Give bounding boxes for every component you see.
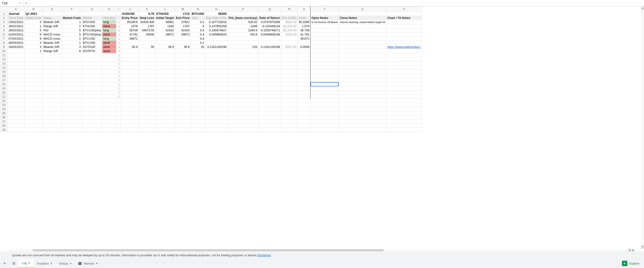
cell-D13[interactable] <box>25 62 42 66</box>
cell-R2[interactable]: PnL (USD) <box>281 16 297 20</box>
cell-P3[interactable]: 526.42 <box>228 20 258 24</box>
cell-U14[interactable] <box>338 66 386 70</box>
cell-O4[interactable]: 0.147655259 <box>205 24 228 28</box>
cell-J16[interactable] <box>121 74 139 78</box>
cell-V9[interactable]: https://www.tradingview.c <box>386 45 422 49</box>
col-header-T[interactable]: T <box>310 7 339 12</box>
cell-E17[interactable] <box>42 78 62 82</box>
cell-K12[interactable] <box>139 57 155 62</box>
cell-V4[interactable] <box>386 24 422 28</box>
cell-O11[interactable] <box>205 53 228 57</box>
cell-L19[interactable] <box>155 86 175 90</box>
cell-J23[interactable] <box>121 103 139 107</box>
cell-T18[interactable] <box>310 82 339 86</box>
cell-T19[interactable] <box>310 86 339 90</box>
cell-F25[interactable] <box>62 111 82 115</box>
cell-Q21[interactable] <box>258 95 281 99</box>
cell-G14[interactable] <box>82 66 102 70</box>
cell-P28[interactable] <box>228 124 258 128</box>
cell-G27[interactable] <box>82 120 102 124</box>
cell-J1[interactable]: AUDUSD <box>121 12 139 16</box>
cell-O20[interactable] <box>205 90 228 95</box>
cell-F14[interactable] <box>62 66 82 70</box>
cell-K1[interactable]: 0.76 <box>139 12 155 16</box>
cell-R24[interactable] <box>281 107 297 111</box>
cell-O13[interactable] <box>205 62 228 66</box>
cell-M15[interactable] <box>175 70 190 74</box>
cell-R4[interactable]: -$1,045.00 <box>281 24 297 28</box>
cell-Q10[interactable] <box>258 49 281 53</box>
cell-S28[interactable] <box>298 124 310 128</box>
cell-I11[interactable]: 1 <box>116 53 121 57</box>
cell-O28[interactable] <box>205 124 228 128</box>
cell-G18[interactable] <box>82 82 102 86</box>
hscroll-thumb[interactable] <box>32 249 384 251</box>
select-all-cell[interactable] <box>0 7 8 12</box>
cell-V19[interactable] <box>386 86 422 90</box>
row-header-5[interactable]: 5 <box>0 28 8 32</box>
cell-V18[interactable] <box>386 82 422 86</box>
cell-S25[interactable] <box>298 111 310 115</box>
cell-Q5[interactable]: 0.1555749271 <box>258 28 281 32</box>
cell-S12[interactable] <box>298 57 310 62</box>
cell-F29[interactable] <box>62 128 82 132</box>
cell-R25[interactable] <box>281 111 297 115</box>
cell-S13[interactable] <box>298 62 310 66</box>
cell-T27[interactable] <box>310 120 339 124</box>
cell-L5[interactable]: 42420 <box>155 28 175 32</box>
cell-V2[interactable]: Chart / TA Notes <box>386 16 422 20</box>
cell-I21[interactable]: 1 <box>116 95 121 99</box>
cell-N9[interactable]: 20 <box>191 45 205 49</box>
cell-R3[interactable]: $526.42 <box>281 20 297 24</box>
cell-N26[interactable] <box>191 115 205 120</box>
cell-O18[interactable] <box>205 82 228 86</box>
col-header-F[interactable]: F <box>62 7 82 12</box>
cell-N5[interactable]: 0.4 <box>191 28 205 32</box>
cell-O1[interactable]: 56300 <box>205 12 228 16</box>
cell-V22[interactable] <box>386 99 422 103</box>
cell-J12[interactable] <box>121 57 139 62</box>
cell-N21[interactable] <box>191 95 205 99</box>
cell-V28[interactable] <box>386 124 422 128</box>
cell-K3[interactable]: 33430.405 <box>139 20 155 24</box>
cell-T24[interactable] <box>310 107 339 111</box>
cell-S17[interactable] <box>298 78 310 82</box>
col-header-V[interactable]: V <box>386 7 422 12</box>
cell-K14[interactable] <box>139 66 155 70</box>
cell-F27[interactable] <box>62 120 82 124</box>
cell-Q27[interactable] <box>258 120 281 124</box>
cell-I12[interactable]: 1 <box>116 57 121 62</box>
cell-H10[interactable]: short <box>102 49 116 53</box>
cell-K17[interactable] <box>139 78 155 82</box>
cell-P1[interactable] <box>228 12 258 16</box>
cell-T21[interactable] <box>310 95 339 99</box>
cell-H8[interactable]: short <box>102 41 116 45</box>
cell-C9[interactable]: 16/03/2021 <box>8 45 25 49</box>
cell-F5[interactable]: 5 <box>62 28 82 32</box>
cell-I9[interactable]: 1 <box>116 45 121 49</box>
row-header-1[interactable]: 1 <box>0 12 8 16</box>
cell-E11[interactable] <box>42 53 62 57</box>
cell-H5[interactable]: long <box>102 28 116 32</box>
cell-I2[interactable] <box>116 16 121 20</box>
row-header-13[interactable]: 13 <box>0 62 8 66</box>
scroll-right-icon[interactable]: ▶ <box>632 249 635 252</box>
cell-U13[interactable] <box>338 62 386 66</box>
cell-I1[interactable] <box>116 12 121 16</box>
cell-G2[interactable]: Market <box>82 16 102 20</box>
cell-N22[interactable] <box>191 99 205 103</box>
cell-R6[interactable]: $763.60 <box>281 32 297 36</box>
row-header-26[interactable]: 26 <box>0 115 8 120</box>
cell-J29[interactable] <box>121 128 139 132</box>
cell-P15[interactable] <box>228 70 258 74</box>
cell-J26[interactable] <box>121 115 139 120</box>
col-header-E[interactable]: E <box>42 7 62 12</box>
cell-T22[interactable] <box>310 99 339 103</box>
cell-J22[interactable] <box>121 99 139 103</box>
cell-S23[interactable] <box>298 103 310 107</box>
cell-Q20[interactable] <box>258 90 281 95</box>
cell-E13[interactable] <box>42 62 62 66</box>
cell-J17[interactable] <box>121 78 139 82</box>
cell-D18[interactable] <box>25 82 42 86</box>
cell-M5[interactable]: 42420 <box>175 28 190 32</box>
